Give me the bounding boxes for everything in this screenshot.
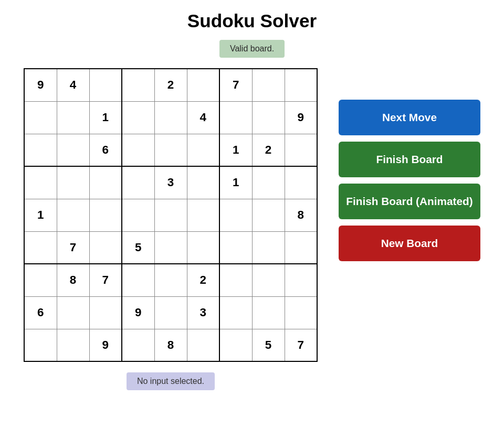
sudoku-cell[interactable]: [122, 329, 154, 361]
sudoku-cell[interactable]: 9: [24, 69, 57, 101]
sudoku-cell[interactable]: 1: [89, 101, 122, 134]
next-move-button[interactable]: Next Move: [339, 100, 480, 135]
sudoku-cell[interactable]: 7: [89, 264, 122, 296]
sudoku-cell[interactable]: 8: [57, 264, 89, 296]
sudoku-cell[interactable]: [24, 231, 57, 264]
page-title: Sudoku Solver: [187, 10, 317, 31]
sudoku-cell[interactable]: [57, 199, 89, 231]
finish-board-animated-button[interactable]: Finish Board (Animated): [339, 184, 480, 219]
sudoku-cell[interactable]: 5: [122, 231, 154, 264]
sudoku-cell[interactable]: [187, 199, 219, 231]
main-content: 94271496123118758726939857 No input sele…: [24, 68, 480, 390]
sudoku-cell[interactable]: [252, 231, 285, 264]
sudoku-cell[interactable]: [252, 199, 285, 231]
sudoku-cell[interactable]: [219, 264, 252, 296]
sudoku-cell[interactable]: 2: [252, 134, 285, 166]
sudoku-cell[interactable]: [285, 134, 317, 166]
sudoku-cell[interactable]: [24, 264, 57, 296]
sudoku-cell[interactable]: [57, 134, 89, 166]
sudoku-cell[interactable]: [285, 69, 317, 101]
sudoku-cell[interactable]: 6: [89, 134, 122, 166]
sudoku-cell[interactable]: 8: [154, 329, 187, 361]
sudoku-cell[interactable]: [285, 264, 317, 296]
board-wrapper: 94271496123118758726939857 No input sele…: [24, 68, 318, 390]
sudoku-cell[interactable]: [219, 329, 252, 361]
sudoku-cell[interactable]: [154, 264, 187, 296]
sudoku-cell[interactable]: [122, 101, 154, 134]
sudoku-cell[interactable]: [252, 264, 285, 296]
sudoku-cell[interactable]: 9: [122, 296, 154, 329]
sudoku-cell[interactable]: 1: [219, 134, 252, 166]
sudoku-cell[interactable]: [285, 296, 317, 329]
sudoku-cell[interactable]: [122, 69, 154, 101]
sudoku-cell[interactable]: [89, 69, 122, 101]
sudoku-cell[interactable]: 3: [187, 296, 219, 329]
sudoku-cell[interactable]: [89, 296, 122, 329]
sudoku-cell[interactable]: [89, 166, 122, 199]
sudoku-cell[interactable]: [89, 199, 122, 231]
sudoku-cell[interactable]: [252, 101, 285, 134]
sudoku-cell[interactable]: [154, 296, 187, 329]
sudoku-cell[interactable]: 5: [252, 329, 285, 361]
sudoku-cell[interactable]: [285, 231, 317, 264]
sudoku-cell[interactable]: [57, 329, 89, 361]
sudoku-cell[interactable]: [122, 134, 154, 166]
sudoku-cell[interactable]: [252, 166, 285, 199]
sudoku-cell[interactable]: [122, 264, 154, 296]
status-badge: Valid board.: [219, 40, 285, 58]
sudoku-cell[interactable]: 2: [154, 69, 187, 101]
sudoku-cell[interactable]: 9: [89, 329, 122, 361]
sudoku-cell[interactable]: 1: [24, 199, 57, 231]
sudoku-cell[interactable]: [122, 166, 154, 199]
sudoku-cell[interactable]: [89, 231, 122, 264]
sudoku-cell[interactable]: [187, 329, 219, 361]
sudoku-cell[interactable]: 2: [187, 264, 219, 296]
sudoku-cell[interactable]: [187, 69, 219, 101]
finish-board-button[interactable]: Finish Board: [339, 142, 480, 177]
sudoku-cell[interactable]: [187, 166, 219, 199]
new-board-button[interactable]: New Board: [339, 226, 480, 261]
sudoku-cell[interactable]: [154, 134, 187, 166]
sudoku-cell[interactable]: [154, 231, 187, 264]
sudoku-cell[interactable]: [219, 199, 252, 231]
sudoku-cell[interactable]: [187, 231, 219, 264]
sudoku-cell[interactable]: [154, 199, 187, 231]
sudoku-cell[interactable]: [219, 101, 252, 134]
sudoku-cell[interactable]: 1: [219, 166, 252, 199]
sudoku-cell[interactable]: 4: [57, 69, 89, 101]
sudoku-cell[interactable]: 7: [219, 69, 252, 101]
sudoku-cell[interactable]: [252, 296, 285, 329]
sudoku-cell[interactable]: [187, 134, 219, 166]
sudoku-cell[interactable]: [154, 101, 187, 134]
buttons-panel: Next Move Finish Board Finish Board (Ani…: [339, 100, 480, 261]
sudoku-cell[interactable]: [219, 231, 252, 264]
sudoku-cell[interactable]: [24, 101, 57, 134]
sudoku-cell[interactable]: [219, 296, 252, 329]
sudoku-cell[interactable]: [57, 166, 89, 199]
no-input-badge: No input selected.: [127, 372, 215, 390]
sudoku-cell[interactable]: 7: [285, 329, 317, 361]
sudoku-cell[interactable]: [57, 101, 89, 134]
sudoku-cell[interactable]: 9: [285, 101, 317, 134]
sudoku-cell[interactable]: [57, 296, 89, 329]
sudoku-cell[interactable]: [24, 134, 57, 166]
sudoku-grid: 94271496123118758726939857: [24, 68, 318, 362]
sudoku-cell[interactable]: 3: [154, 166, 187, 199]
sudoku-cell[interactable]: [285, 166, 317, 199]
sudoku-cell[interactable]: [122, 199, 154, 231]
sudoku-cell[interactable]: [252, 69, 285, 101]
sudoku-cell[interactable]: 7: [57, 231, 89, 264]
sudoku-cell[interactable]: [24, 329, 57, 361]
sudoku-cell[interactable]: 4: [187, 101, 219, 134]
sudoku-cell[interactable]: 6: [24, 296, 57, 329]
sudoku-cell[interactable]: 8: [285, 199, 317, 231]
sudoku-cell[interactable]: [24, 166, 57, 199]
